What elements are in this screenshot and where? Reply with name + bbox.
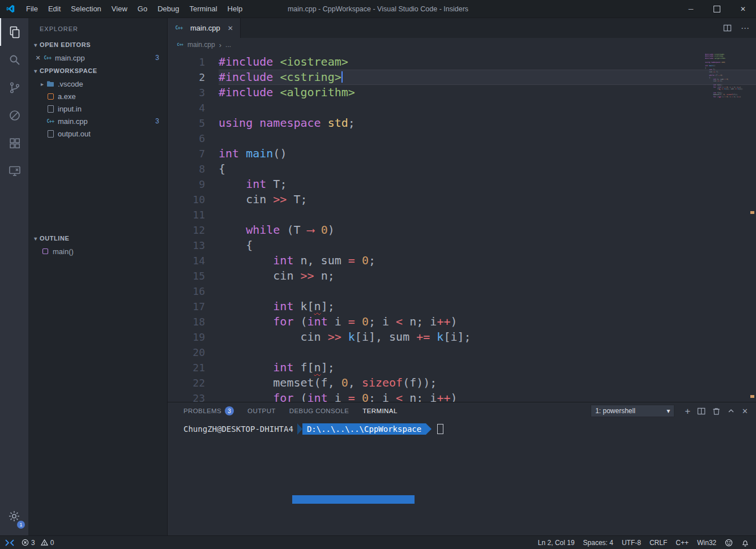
code-line[interactable]: 20 [168, 345, 756, 360]
close-tab-icon[interactable]: ✕ [228, 24, 233, 32]
feedback-smiley-icon[interactable] [725, 539, 733, 547]
code-line[interactable]: 13 { [168, 238, 756, 253]
warning-count: 0 [50, 539, 54, 547]
code-line[interactable]: 4 [168, 100, 756, 115]
more-actions-icon[interactable]: ⋯ [741, 23, 749, 33]
status-language-mode[interactable]: C++ [676, 539, 689, 547]
line-number: 2 [168, 70, 219, 85]
code-editor[interactable]: 1#include <iostream>2#include <cstring>3… [168, 52, 756, 402]
kill-terminal-icon[interactable] [712, 407, 720, 415]
breadcrumb-file[interactable]: main.cpp [187, 41, 215, 49]
split-editor-icon[interactable] [723, 24, 732, 32]
code-line[interactable]: 2#include <cstring> [168, 70, 756, 85]
menu-debug[interactable]: Debug [152, 0, 184, 18]
debug-icon[interactable] [0, 101, 28, 129]
code-line[interactable]: 15 cin >> n; [168, 268, 756, 284]
code-line[interactable]: 1#include <iostream> [168, 54, 756, 70]
explorer-sidebar: EXPLORER ▾ OPEN EDITORS ✕C++main.cpp3 ▾ … [28, 18, 167, 535]
panel-tab-terminal[interactable]: TERMINAL [362, 408, 397, 414]
code-line[interactable]: 16 [168, 284, 756, 299]
explorer-icon[interactable] [0, 18, 28, 46]
maximize-panel-icon[interactable] [727, 407, 735, 415]
code-line[interactable]: 18 for (int i = 0; i < n; i++) [168, 314, 756, 329]
notifications-bell-icon[interactable] [741, 539, 749, 547]
workspace-header[interactable]: ▾ CPPWORKSPACE [28, 64, 167, 78]
code-line[interactable]: 21 int f[n]; [168, 360, 756, 375]
breadcrumb[interactable]: C++ main.cpp › ... [168, 38, 756, 52]
code-line[interactable]: 3#include <algorithm> [168, 85, 756, 100]
code-line[interactable]: 5using namespace std; [168, 115, 756, 131]
code-line[interactable]: 11 [168, 207, 756, 222]
code-line[interactable]: 14 int n, sum = 0; [168, 253, 756, 268]
remote-indicator[interactable] [5, 538, 15, 547]
code-line[interactable]: 22 memset(f, 0, sizeof(f)); [168, 375, 756, 391]
problem-count-badge: 3 [155, 54, 159, 62]
terminal-picker-select[interactable]: 1: powershell ▾ [591, 405, 674, 417]
code-line[interactable]: 12 while (T ⟶ 0) [168, 222, 756, 238]
line-number: 15 [168, 268, 219, 284]
file-item-main-cpp[interactable]: C++main.cpp3 [28, 115, 167, 127]
status-eol[interactable]: CRLF [650, 539, 667, 547]
line-number: 11 [168, 207, 219, 222]
terminal-cwd: D:\..\..\..\CppWorkspace [302, 423, 426, 435]
code-line[interactable]: 17 int k[n]; [168, 299, 756, 314]
breadcrumb-more[interactable]: ... [225, 41, 231, 49]
menu-terminal[interactable]: Terminal [184, 0, 222, 18]
remote-screen-icon[interactable] [0, 157, 28, 185]
dropdown-arrow-icon: ▾ [667, 407, 670, 415]
open-editor-item[interactable]: ✕C++main.cpp3 [28, 52, 167, 64]
status-encoding[interactable]: UTF-8 [622, 539, 641, 547]
status-cursor-position[interactable]: Ln 2, Col 19 [538, 539, 575, 547]
panel-tab-debug-console[interactable]: DEBUG CONSOLE [289, 408, 349, 414]
terminal-cursor [437, 424, 443, 434]
code-line[interactable]: 23 for (int i = 0; i < n; i++) [168, 391, 756, 402]
outline-header[interactable]: ▾ OUTLINE [28, 231, 167, 245]
settings-gear-button[interactable]: 1 [0, 504, 28, 529]
menu-help[interactable]: Help [223, 0, 248, 18]
source-control-icon[interactable] [0, 74, 28, 101]
open-editors-header[interactable]: ▾ OPEN EDITORS [28, 38, 167, 52]
split-terminal-icon[interactable] [697, 407, 706, 415]
search-icon[interactable] [0, 46, 28, 74]
close-window-button[interactable]: ✕ [730, 0, 756, 18]
panel-actions: 1: powershell ▾ + ✕ [591, 405, 748, 417]
minimize-button[interactable]: ─ [678, 0, 704, 18]
problems-status[interactable]: 3 0 [22, 539, 54, 547]
line-number: 18 [168, 314, 219, 329]
close-panel-icon[interactable]: ✕ [742, 407, 748, 415]
powerline-separator-icon [426, 423, 432, 435]
status-indentation[interactable]: Spaces: 4 [583, 539, 613, 547]
new-terminal-icon[interactable]: + [685, 406, 690, 416]
chevron-down-icon: ▾ [32, 235, 40, 242]
minimap[interactable]: #include <iostream>#include <cstring>#in… [705, 54, 744, 98]
code-line[interactable]: 6 [168, 131, 756, 146]
file-label: .vscode [58, 80, 83, 88]
panel-tab-problems[interactable]: PROBLEMS3 [183, 406, 234, 415]
code-line[interactable]: 10 cin >> T; [168, 192, 756, 207]
extensions-icon[interactable] [0, 129, 28, 157]
file-item-a-exe[interactable]: a.exe [28, 90, 167, 102]
status-platform[interactable]: Win32 [697, 539, 716, 547]
tab-main-cpp[interactable]: C++ main.cpp ✕ [168, 18, 241, 38]
outline-item[interactable]: main() [28, 245, 167, 258]
code-line[interactable]: 8{ [168, 161, 756, 177]
close-editor-icon[interactable]: ✕ [34, 54, 42, 62]
file-label: output.out [58, 130, 91, 138]
expand-arrow-icon[interactable]: ▸ [39, 81, 46, 87]
code-line[interactable]: 7int main() [168, 146, 756, 161]
menu-file[interactable]: File [21, 0, 43, 18]
file-item-input-in[interactable]: input.in [28, 102, 167, 115]
menu-selection[interactable]: Selection [66, 0, 106, 18]
panel-tab-output[interactable]: OUTPUT [247, 408, 276, 414]
menu-edit[interactable]: Edit [43, 0, 66, 18]
terminal-output[interactable]: ChungZH@DESKTOP-DHIHTA4 D:\..\..\..\CppW… [168, 419, 756, 535]
file-item-output-out[interactable]: output.out [28, 127, 167, 140]
problems-count-badge: 3 [225, 406, 234, 415]
file-item--vscode[interactable]: ▸.vscode [28, 78, 167, 90]
code-line[interactable]: 9 int T; [168, 177, 756, 192]
menu-go[interactable]: Go [133, 0, 152, 18]
code-line[interactable]: 19 cin >> k[i], sum += k[i]; [168, 329, 756, 345]
line-number: 1 [168, 54, 219, 70]
maximize-button[interactable] [704, 0, 730, 18]
menu-view[interactable]: View [106, 0, 133, 18]
